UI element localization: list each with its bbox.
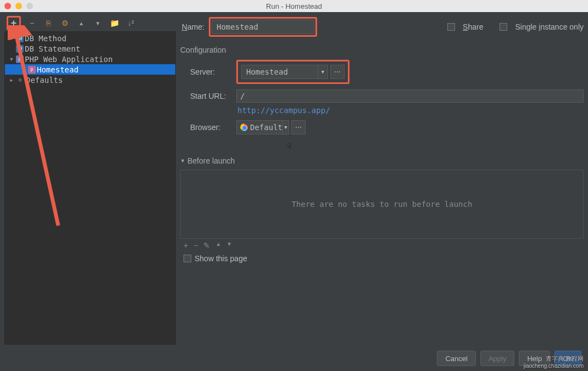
left-panel: + − ⎘ ⚙ ▲ ▼ 📁 ↓² ▶ ⛁ DB Method ⛁ DB Stat…: [4, 15, 176, 345]
bottom-bar: Cancel Apply Help OK: [0, 346, 588, 371]
sort-button[interactable]: ↓²: [125, 18, 136, 29]
share-label: Share: [463, 23, 483, 31]
tree-label: PHP Web Application: [25, 55, 113, 64]
tree-label: Defaults: [26, 76, 63, 85]
config-tree[interactable]: ▶ ⛁ DB Method ⛁ DB Statement ▼ p PHP Web…: [4, 31, 176, 345]
apply-button[interactable]: Apply: [480, 351, 515, 366]
resolved-url-link[interactable]: http://yccampus.app/: [237, 106, 330, 115]
remove-config-button[interactable]: −: [26, 18, 37, 29]
tree-label: Homestead: [37, 65, 79, 74]
settings-button[interactable]: ⚙: [59, 18, 70, 29]
tree-item-db-method[interactable]: ▶ ⛁ DB Method: [5, 33, 175, 43]
browser-value: Default: [250, 123, 282, 132]
bl-down-button[interactable]: ▼: [226, 241, 232, 250]
before-launch-list[interactable]: There are no tasks to run before launch: [180, 170, 584, 239]
cancel-button[interactable]: Cancel: [437, 351, 475, 366]
tree-item-php-web-app[interactable]: ▼ p PHP Web Application: [5, 54, 175, 64]
before-launch-empty-text: There are no tasks to run before launch: [292, 200, 473, 209]
name-label: Name:: [182, 23, 204, 31]
tree-item-db-statement[interactable]: ⛁ DB Statement: [5, 43, 175, 54]
down-button[interactable]: ▼: [92, 18, 103, 29]
browser-label: Browser:: [190, 123, 236, 132]
gear-icon: ⚙: [16, 76, 25, 85]
copy-config-button[interactable]: ⎘: [43, 18, 54, 29]
configuration-heading: Configuration: [180, 46, 584, 54]
single-instance-checkbox[interactable]: [500, 23, 507, 31]
server-browse-button[interactable]: ⋯: [330, 65, 345, 79]
db-icon: ⛁: [16, 35, 24, 42]
bl-up-button[interactable]: ▲: [215, 241, 221, 250]
bl-add-button[interactable]: +: [184, 241, 188, 250]
start-url-input[interactable]: [236, 89, 584, 103]
config-toolbar: + − ⎘ ⚙ ▲ ▼ 📁 ↓²: [4, 15, 176, 31]
php-icon: p: [28, 66, 36, 74]
tree-label: DB Method: [25, 34, 66, 43]
right-panel: Name: Share Single instance only Configu…: [180, 15, 584, 345]
add-config-button[interactable]: +: [7, 16, 21, 30]
server-select[interactable]: Homestead ▼: [241, 65, 328, 79]
server-label: Server:: [190, 68, 236, 76]
bl-edit-button[interactable]: ✎: [203, 241, 210, 250]
name-input[interactable]: [212, 20, 314, 34]
server-value: Homestead: [242, 68, 292, 76]
chrome-icon: [240, 123, 248, 131]
up-button[interactable]: ▲: [76, 18, 87, 29]
db-icon: ⛁: [16, 45, 24, 53]
tree-item-defaults[interactable]: ▶ ⚙ Defaults: [5, 75, 175, 85]
watermark: 查字典 教程网 jiaocheng.chazidian.com: [523, 355, 584, 369]
browser-select[interactable]: Default ▼: [236, 120, 289, 134]
titlebar: Run - Homestead: [0, 0, 588, 12]
show-page-checkbox[interactable]: [184, 255, 191, 262]
tree-item-homestead[interactable]: p Homestead: [5, 64, 175, 75]
tree-label: DB Statement: [25, 44, 80, 53]
single-instance-label: Single instance only: [515, 23, 584, 31]
window-title: Run - Homestead: [0, 2, 588, 10]
before-launch-header[interactable]: ▼ Before launch: [180, 156, 584, 165]
share-checkbox[interactable]: [447, 23, 455, 31]
php-icon: p: [16, 55, 24, 63]
bl-remove-button[interactable]: −: [193, 241, 198, 250]
chevron-down-icon: ▼: [318, 65, 328, 78]
folder-button[interactable]: 📁: [109, 18, 120, 29]
browser-browse-button[interactable]: ⋯: [291, 120, 306, 134]
chevron-down-icon: ▼: [282, 121, 289, 134]
show-page-label: Show this page: [195, 254, 247, 263]
chevron-down-icon: ▼: [180, 158, 185, 164]
start-url-label: Start URL:: [190, 92, 236, 100]
